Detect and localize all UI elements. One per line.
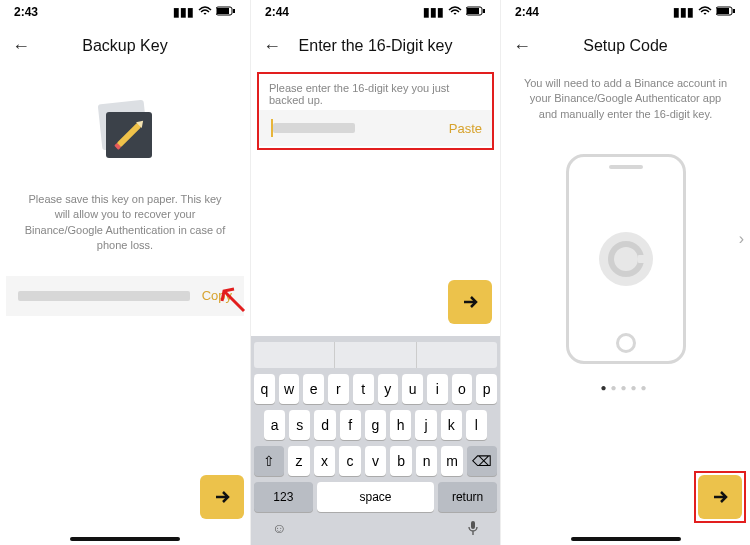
annotation-arrow-icon	[218, 285, 248, 315]
annotation-highlight-box	[694, 471, 746, 523]
shift-key[interactable]: ⇧	[254, 446, 284, 476]
key-i[interactable]: i	[427, 374, 448, 404]
screen-enter-key: 2:44 ▮▮▮ ← Enter the 16-Digit key Please…	[250, 0, 500, 545]
enter-key-instruction: Please enter the 16-digit key you just b…	[259, 74, 492, 110]
key-o[interactable]: o	[452, 374, 473, 404]
svg-rect-12	[733, 9, 735, 13]
wifi-icon	[448, 5, 462, 19]
return-key[interactable]: return	[438, 482, 497, 512]
ios-keyboard: q w e r t y u i o p a s d f g h j k l ⇧ …	[251, 336, 500, 545]
keyboard-row-4: 123 space return	[254, 482, 497, 512]
svg-rect-6	[467, 8, 479, 14]
backup-description: Please save this key on paper. This key …	[0, 184, 250, 268]
next-button[interactable]	[698, 475, 742, 519]
signal-icon: ▮▮▮	[173, 5, 194, 19]
key-a[interactable]: a	[264, 410, 285, 440]
key-m[interactable]: m	[441, 446, 463, 476]
key-d[interactable]: d	[314, 410, 335, 440]
key-y[interactable]: y	[378, 374, 399, 404]
key-w[interactable]: w	[279, 374, 300, 404]
keyboard-row-3: ⇧ z x c v b n m ⌫	[254, 446, 497, 476]
key-copy-row: Copy	[6, 276, 244, 316]
masked-key-value	[18, 291, 190, 301]
status-time: 2:44	[515, 5, 539, 19]
header: ← Backup Key	[0, 24, 250, 68]
key-b[interactable]: b	[390, 446, 412, 476]
battery-icon	[216, 5, 236, 19]
key-g[interactable]: g	[365, 410, 386, 440]
status-icons: ▮▮▮	[423, 5, 486, 19]
key-s[interactable]: s	[289, 410, 310, 440]
numbers-key[interactable]: 123	[254, 482, 313, 512]
status-bar: 2:44 ▮▮▮	[251, 0, 500, 24]
status-time: 2:44	[265, 5, 289, 19]
signal-icon: ▮▮▮	[673, 5, 694, 19]
keyboard-suggestions[interactable]	[254, 342, 497, 368]
key-u[interactable]: u	[402, 374, 423, 404]
mic-icon[interactable]	[467, 520, 479, 539]
status-time: 2:43	[14, 5, 38, 19]
screen-backup-key: 2:43 ▮▮▮ ← Backup Key Please save this k…	[0, 0, 250, 545]
key-x[interactable]: x	[314, 446, 336, 476]
key-v[interactable]: v	[365, 446, 387, 476]
battery-icon	[466, 5, 486, 19]
key-r[interactable]: r	[328, 374, 349, 404]
wifi-icon	[698, 5, 712, 19]
home-indicator[interactable]	[70, 537, 180, 541]
setup-description: You will need to add a Binance account i…	[501, 68, 750, 136]
svg-rect-11	[717, 8, 729, 14]
next-button[interactable]	[200, 475, 244, 519]
key-p[interactable]: p	[476, 374, 497, 404]
svg-rect-7	[483, 9, 485, 13]
next-button[interactable]	[448, 280, 492, 324]
wifi-icon	[198, 5, 212, 19]
page-title: Backup Key	[0, 37, 250, 55]
key-input-row: Paste	[259, 110, 492, 146]
key-j[interactable]: j	[415, 410, 436, 440]
emoji-icon[interactable]: ☺	[272, 520, 286, 539]
status-icons: ▮▮▮	[673, 5, 736, 19]
space-key[interactable]: space	[317, 482, 435, 512]
key-q[interactable]: q	[254, 374, 275, 404]
key-t[interactable]: t	[353, 374, 374, 404]
page-title: Enter the 16-Digit key	[251, 37, 500, 55]
screen-setup-code: 2:44 ▮▮▮ ← Setup Code You will need to a…	[500, 0, 750, 545]
svg-rect-1	[217, 8, 229, 14]
svg-rect-9	[471, 521, 475, 529]
authenticator-icon	[599, 232, 653, 286]
key-k[interactable]: k	[441, 410, 462, 440]
key-f[interactable]: f	[340, 410, 361, 440]
annotation-highlight-box: Please enter the 16-digit key you just b…	[257, 72, 494, 150]
battery-icon	[716, 5, 736, 19]
header: ← Enter the 16-Digit key	[251, 24, 500, 68]
page-title: Setup Code	[501, 37, 750, 55]
paste-button[interactable]: Paste	[449, 121, 482, 136]
header: ← Setup Code	[501, 24, 750, 68]
backspace-key[interactable]: ⌫	[467, 446, 497, 476]
key-h[interactable]: h	[390, 410, 411, 440]
keyboard-row-2: a s d f g h j k l	[254, 410, 497, 440]
pencil-icon	[116, 122, 141, 147]
backup-key-illustration	[90, 98, 160, 168]
key-input[interactable]	[273, 123, 355, 133]
home-indicator[interactable]	[571, 537, 681, 541]
key-z[interactable]: z	[288, 446, 310, 476]
key-l[interactable]: l	[466, 410, 487, 440]
status-bar: 2:43 ▮▮▮	[0, 0, 250, 24]
key-e[interactable]: e	[303, 374, 324, 404]
signal-icon: ▮▮▮	[423, 5, 444, 19]
keyboard-row-1: q w e r t y u i o p	[254, 374, 497, 404]
page-indicator: ●●●●●	[501, 382, 750, 393]
status-bar: 2:44 ▮▮▮	[501, 0, 750, 24]
status-icons: ▮▮▮	[173, 5, 236, 19]
svg-line-3	[224, 291, 244, 311]
key-n[interactable]: n	[416, 446, 438, 476]
key-c[interactable]: c	[339, 446, 361, 476]
svg-rect-2	[233, 9, 235, 13]
phone-illustration	[566, 154, 686, 364]
carousel-next-icon[interactable]: ›	[739, 230, 744, 248]
